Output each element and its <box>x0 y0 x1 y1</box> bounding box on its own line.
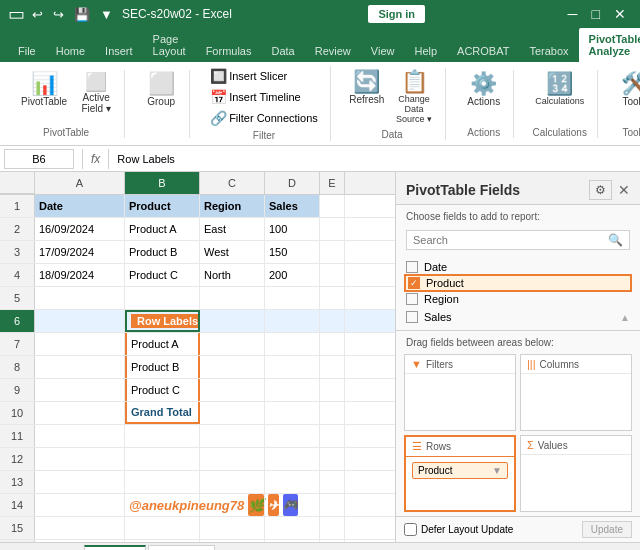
cell-a1[interactable]: Date <box>35 195 125 217</box>
cell-a2[interactable]: 16/09/2024 <box>35 218 125 240</box>
cell-d1[interactable]: Sales <box>265 195 320 217</box>
area-columns-content[interactable] <box>521 374 631 430</box>
insert-timeline-button[interactable]: 📅 Insert Timeline <box>206 87 322 107</box>
tab-terabox[interactable]: Terabox <box>519 40 578 62</box>
defer-checkbox[interactable] <box>404 523 417 536</box>
col-header-d[interactable]: D <box>265 172 320 194</box>
sheet-nav-prev[interactable]: ◀ <box>28 546 44 550</box>
cell-a10[interactable] <box>35 402 125 424</box>
minimize-button[interactable]: ─ <box>562 4 584 24</box>
maximize-button[interactable]: □ <box>586 4 606 24</box>
actions-button[interactable]: ⚙️ Actions <box>462 70 505 110</box>
cell-c1[interactable]: Region <box>200 195 265 217</box>
add-sheet-button[interactable]: ⊕ <box>217 546 241 551</box>
area-rows-content[interactable]: Product ▼ <box>406 457 514 510</box>
tab-data[interactable]: Data <box>261 40 304 62</box>
cell-a9[interactable] <box>35 379 125 401</box>
tab-home[interactable]: Home <box>46 40 95 62</box>
cell-d7[interactable] <box>265 333 320 355</box>
cell-c2[interactable]: East <box>200 218 265 240</box>
col-header-a[interactable]: A <box>35 172 125 194</box>
row-header-1[interactable]: 1 <box>0 195 35 217</box>
field-checkbox-sales[interactable] <box>406 311 418 323</box>
tab-help[interactable]: Help <box>404 40 447 62</box>
sheet-tab-sheet2[interactable]: Sheet ... <box>148 545 215 550</box>
cell-e2[interactable] <box>320 218 345 240</box>
cell-d6[interactable] <box>265 310 320 332</box>
refresh-button[interactable]: 🔄 Refresh <box>347 68 387 108</box>
sign-in-button[interactable]: Sign in <box>368 5 425 23</box>
row-header-12[interactable]: 12 <box>0 448 35 470</box>
cell-a7[interactable] <box>35 333 125 355</box>
field-item-sales[interactable]: Sales ▲ <box>406 308 630 326</box>
cell-b10[interactable]: Grand Total <box>125 402 200 424</box>
tab-acrobat[interactable]: ACROBAT <box>447 40 519 62</box>
panel-close-button[interactable]: ✕ <box>618 182 630 198</box>
cell-a4[interactable]: 18/09/2024 <box>35 264 125 286</box>
area-values-content[interactable] <box>521 455 631 511</box>
row-header-11[interactable]: 11 <box>0 425 35 447</box>
filter-connections-button[interactable]: 🔗 Filter Connections <box>206 108 322 128</box>
row-header-3[interactable]: 3 <box>0 241 35 263</box>
cell-a5[interactable] <box>35 287 125 309</box>
sheet-nav-next[interactable]: ▶ <box>44 546 60 550</box>
area-tag-dropdown-icon[interactable]: ▼ <box>492 465 502 476</box>
tab-pivottable-analyze[interactable]: PivotTable Analyze <box>579 28 640 62</box>
col-header-b[interactable]: B <box>125 172 200 194</box>
row-header-10[interactable]: 10 <box>0 402 35 424</box>
fields-search-input[interactable] <box>413 234 608 246</box>
cell-d8[interactable] <box>265 356 320 378</box>
field-item-region[interactable]: Region <box>406 290 630 308</box>
cell-d3[interactable]: 150 <box>265 241 320 263</box>
panel-settings-button[interactable]: ⚙ <box>589 180 612 200</box>
area-filters-content[interactable] <box>405 374 515 430</box>
cell-b7[interactable]: Product A <box>125 333 200 355</box>
cell-b5[interactable] <box>125 287 200 309</box>
cell-e6[interactable] <box>320 310 345 332</box>
cell-b3[interactable]: Product B <box>125 241 200 263</box>
pivottable-button[interactable]: 📊 PivotTable <box>16 70 72 110</box>
calculations-button[interactable]: 🔢 Calculations <box>530 70 589 109</box>
cell-d5[interactable] <box>265 287 320 309</box>
defer-layout-label[interactable]: Defer Layout Update <box>404 523 513 536</box>
close-button[interactable]: ✕ <box>608 4 632 24</box>
field-checkbox-product[interactable]: ✓ <box>408 277 420 289</box>
cell-b1[interactable]: Product <box>125 195 200 217</box>
cell-d4[interactable]: 200 <box>265 264 320 286</box>
row-header-14[interactable]: 14 <box>0 494 35 516</box>
row-header-2[interactable]: 2 <box>0 218 35 240</box>
change-data-source-button[interactable]: 📋 Change DataSource ▾ <box>391 68 438 127</box>
sheet-nav-left[interactable]: ◀◀ <box>4 546 28 550</box>
formula-input[interactable] <box>117 153 636 165</box>
cell-a8[interactable] <box>35 356 125 378</box>
cell-c8[interactable] <box>200 356 265 378</box>
cell-c7[interactable] <box>200 333 265 355</box>
name-box[interactable] <box>4 149 74 169</box>
row-header-16[interactable]: 16 <box>0 540 35 542</box>
undo-button[interactable]: ↩ <box>29 5 46 24</box>
cell-a3[interactable]: 17/09/2024 <box>35 241 125 263</box>
cell-c6[interactable] <box>200 310 265 332</box>
row-header-9[interactable]: 9 <box>0 379 35 401</box>
insert-slicer-button[interactable]: 🔲 Insert Slicer <box>206 66 322 86</box>
active-field-button[interactable]: ⬜ ActiveField ▾ <box>76 70 116 117</box>
cell-c5[interactable] <box>200 287 265 309</box>
tab-insert[interactable]: Insert <box>95 40 143 62</box>
area-tag-product[interactable]: Product ▼ <box>412 462 508 479</box>
cell-e8[interactable] <box>320 356 345 378</box>
field-checkbox-region[interactable] <box>406 293 418 305</box>
field-checkbox-date[interactable] <box>406 261 418 273</box>
cell-e9[interactable] <box>320 379 345 401</box>
tab-formulas[interactable]: Formulas <box>196 40 262 62</box>
cell-b8[interactable]: Product B <box>125 356 200 378</box>
redo-button[interactable]: ↪ <box>50 5 67 24</box>
row-header-4[interactable]: 4 <box>0 264 35 286</box>
cell-d2[interactable]: 100 <box>265 218 320 240</box>
group-button[interactable]: ⬜ Group <box>141 70 181 110</box>
sheet-tab-sheet1[interactable]: Sheet1 <box>84 545 146 551</box>
row-header-7[interactable]: 7 <box>0 333 35 355</box>
update-button[interactable]: Update <box>582 521 632 538</box>
col-header-c[interactable]: C <box>200 172 265 194</box>
cell-e5[interactable] <box>320 287 345 309</box>
cell-b6[interactable]: Row Labels ▼ <box>125 310 200 332</box>
